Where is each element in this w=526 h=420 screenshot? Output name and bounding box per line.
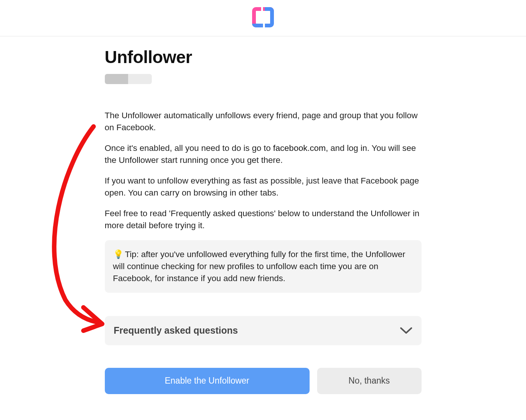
- tip-text: Tip: after you've unfollowed everything …: [113, 250, 405, 283]
- intro-paragraph-3: If you want to unfollow everything as fa…: [105, 175, 422, 199]
- main-content: Unfollower The Unfollower automatically …: [105, 36, 422, 394]
- intro-p2-pre: Once it's enabled, all you need to do is…: [105, 143, 273, 153]
- tip-callout: 💡Tip: after you've unfollowed everything…: [105, 240, 422, 293]
- page-title: Unfollower: [105, 47, 422, 67]
- decline-button[interactable]: No, thanks: [317, 368, 422, 394]
- progress-fill: [105, 74, 128, 84]
- action-buttons: Enable the Unfollower No, thanks: [105, 368, 422, 394]
- svg-rect-1: [270, 11, 274, 17]
- progress-indicator: [105, 74, 152, 84]
- facebook-link[interactable]: facebook.com: [273, 143, 326, 153]
- brand-logo: [252, 7, 274, 29]
- faq-accordion[interactable]: Frequently asked questions: [105, 316, 422, 345]
- app-header: [0, 0, 526, 36]
- faq-title: Frequently asked questions: [114, 325, 238, 336]
- chevron-down-icon: [400, 324, 413, 337]
- enable-button[interactable]: Enable the Unfollower: [105, 368, 310, 394]
- annotation-arrow: [43, 123, 110, 334]
- svg-rect-0: [252, 18, 256, 24]
- intro-paragraph-2: Once it's enabled, all you need to do is…: [105, 142, 422, 166]
- intro-paragraph-4: Feel free to read 'Frequently asked ques…: [105, 208, 422, 231]
- intro-paragraph-1: The Unfollower automatically unfollows e…: [105, 110, 422, 133]
- lightbulb-icon: 💡: [113, 250, 124, 259]
